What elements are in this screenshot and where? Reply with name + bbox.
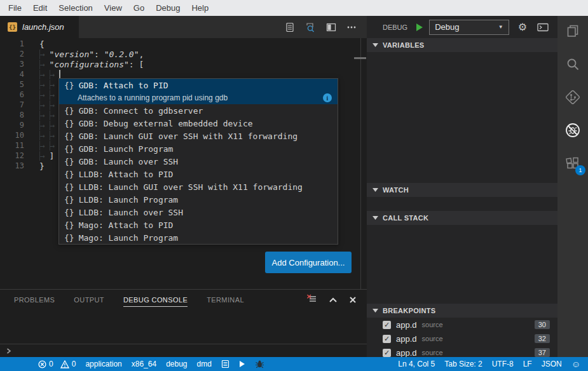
- status-segment-debug[interactable]: debug: [166, 360, 187, 368]
- breakpoint-checkbox[interactable]: ✓: [383, 349, 391, 357]
- menu-view[interactable]: View: [99, 0, 128, 16]
- tab-size[interactable]: Tab Size: 2: [444, 360, 482, 368]
- tab-whitespace-icon: →: [50, 141, 60, 151]
- menu-go[interactable]: Go: [128, 0, 150, 16]
- code-text: {: [39, 39, 44, 50]
- panel-tab-output[interactable]: OUTPUT: [74, 294, 104, 307]
- code-text: →]: [39, 151, 54, 161]
- debug-configuration-select[interactable]: Debug ▼: [429, 20, 509, 35]
- add-configuration-button[interactable]: Add Configuration...: [265, 252, 352, 273]
- code-text: →→: [39, 131, 59, 141]
- tab-whitespace-icon: →: [39, 131, 50, 140]
- close-panel-icon[interactable]: [349, 295, 357, 306]
- tab-launch-json[interactable]: {} launch.json: [0, 16, 79, 38]
- breakpoint-row[interactable]: ✓app.dsource30: [367, 318, 557, 332]
- overview-cursor-mark: [354, 57, 366, 59]
- more-actions-icon[interactable]: [346, 22, 357, 32]
- suggest-item[interactable]: {}GDB: Connect to gdbserver: [59, 104, 338, 117]
- section-title: BREAKPOINTS: [383, 307, 435, 314]
- activity-debug-icon[interactable]: [564, 122, 581, 138]
- suggest-item[interactable]: {}LLDB: Attach to PID: [59, 168, 338, 180]
- code-text: →→: [39, 141, 59, 151]
- feedback-smiley-icon[interactable]: ☺: [571, 360, 580, 368]
- project-file-icon[interactable]: [221, 360, 229, 368]
- snippet-braces-icon: {}: [64, 144, 74, 154]
- cursor-position[interactable]: Ln 4, Col 5: [398, 360, 435, 368]
- snippet-braces-icon: {}: [64, 233, 74, 243]
- split-editor-icon[interactable]: [326, 22, 336, 32]
- section-watch[interactable]: WATCH: [367, 183, 557, 197]
- eol[interactable]: LF: [523, 360, 532, 368]
- menu-file[interactable]: File: [3, 0, 27, 16]
- code-editor[interactable]: 1{2→"version": "0.2.0",3→"configurations…: [0, 38, 367, 289]
- panel-tab-problems[interactable]: PROBLEMS: [14, 294, 55, 307]
- menu-debug[interactable]: Debug: [150, 0, 186, 16]
- code-token: "configurations": [50, 60, 129, 69]
- tab-whitespace-icon: →: [50, 70, 60, 79]
- line-number: 1: [0, 39, 29, 50]
- start-debugging-icon[interactable]: [415, 23, 423, 32]
- maximize-panel-icon[interactable]: [329, 295, 338, 306]
- tab-whitespace-icon: →: [39, 111, 50, 120]
- menu-edit[interactable]: Edit: [27, 0, 53, 16]
- activity-source-control-icon[interactable]: [564, 89, 581, 105]
- encoding[interactable]: UTF-8: [492, 360, 514, 368]
- suggest-item[interactable]: {}LLDB: Launch GUI over SSH with X11 for…: [59, 180, 338, 193]
- code-text: →"version": "0.2.0",: [39, 50, 144, 60]
- open-preview-icon[interactable]: [285, 22, 295, 32]
- configure-gear-icon[interactable]: ⚙: [518, 21, 527, 33]
- debug-console-toggle-icon[interactable]: [537, 23, 549, 32]
- suggest-label: LLDB: Launch Program: [79, 195, 179, 205]
- run-build-icon[interactable]: [239, 360, 245, 368]
- suggest-item[interactable]: {}GDB: Debug external embedded device: [59, 117, 338, 130]
- breakpoint-checkbox[interactable]: ✓: [383, 335, 391, 343]
- suggest-item[interactable]: {}Mago: Launch Program: [59, 231, 338, 244]
- section-variables[interactable]: VARIABLES: [367, 38, 557, 52]
- code-line: 1{: [0, 39, 367, 50]
- status-segment-x86_64[interactable]: x86_64: [132, 360, 156, 368]
- search-editor-icon[interactable]: [305, 22, 316, 32]
- suggest-item[interactable]: {}GDB: Launch Program: [59, 142, 338, 155]
- breakpoint-checkbox[interactable]: ✓: [383, 321, 391, 329]
- panel-tab-terminal[interactable]: TERMINAL: [207, 294, 244, 307]
- debug-bug-icon[interactable]: [255, 360, 264, 368]
- activity-extensions-icon[interactable]: 1: [564, 155, 581, 172]
- activity-explorer-icon[interactable]: [564, 23, 581, 39]
- breakpoint-row[interactable]: ✓app.dsource32: [367, 332, 557, 346]
- status-segments: applicationx86_64debugdmd: [85, 360, 211, 368]
- suggest-item[interactable]: {}LLDB: Launch over SSH: [59, 206, 338, 219]
- suggest-item[interactable]: {}GDB: Launch GUI over SSH with X11 forw…: [59, 130, 338, 142]
- activity-search-icon[interactable]: [564, 56, 581, 72]
- suggest-item[interactable]: {}GDB: Attach to PID: [59, 79, 338, 91]
- code-text: →"configurations": [: [39, 60, 144, 70]
- section-breakpoints[interactable]: BREAKPOINTS: [367, 304, 557, 318]
- clear-console-icon[interactable]: [306, 294, 317, 307]
- info-icon[interactable]: i: [323, 93, 332, 102]
- language-mode[interactable]: JSON: [542, 360, 562, 368]
- status-segment-dmd[interactable]: dmd: [197, 360, 212, 368]
- tab-whitespace-icon: →: [39, 141, 50, 151]
- breakpoint-kind: source: [422, 335, 443, 342]
- menu-selection[interactable]: Selection: [53, 0, 98, 16]
- breakpoint-row[interactable]: ✓app.dsource37: [367, 346, 557, 357]
- breakpoints-list: ✓app.dsource30✓app.dsource32✓app.dsource…: [367, 318, 557, 357]
- suggest-label: LLDB: Attach to PID: [79, 170, 174, 179]
- problems-indicator[interactable]: 0 0: [38, 360, 76, 368]
- breakpoint-file: app.d: [396, 320, 417, 330]
- section-call-stack[interactable]: CALL STACK: [367, 211, 557, 225]
- menu-help[interactable]: Help: [186, 0, 214, 16]
- tab-title: launch.json: [22, 22, 64, 32]
- debug-console-input[interactable]: [0, 344, 367, 357]
- suggest-item[interactable]: {}GDB: Launch over SSH: [59, 155, 338, 168]
- suggest-item[interactable]: {}LLDB: Launch Program: [59, 193, 338, 206]
- suggest-item[interactable]: {}Mago: Attach to PID: [59, 219, 338, 231]
- suggest-label: LLDB: Launch over SSH: [79, 208, 183, 217]
- breakpoint-line-badge: 37: [535, 348, 550, 357]
- status-segment-application[interactable]: application: [85, 360, 121, 368]
- line-number: 2: [0, 50, 29, 60]
- suggest-label: GDB: Connect to gdbserver: [79, 106, 203, 116]
- panel-tab-debug-console[interactable]: DEBUG CONSOLE: [123, 294, 188, 307]
- twistie-icon: [373, 43, 378, 47]
- line-number: 13: [0, 161, 29, 172]
- suggest-label: GDB: Launch GUI over SSH with X11 forwar…: [79, 132, 297, 141]
